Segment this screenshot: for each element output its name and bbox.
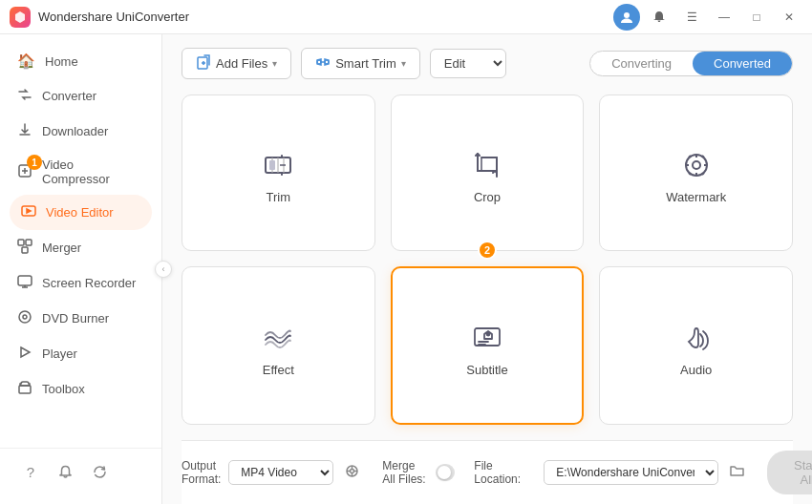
home-icon: 🏠 <box>17 52 35 70</box>
smart-trim-button[interactable]: Smart Trim ▾ <box>301 48 420 79</box>
titlebar: Wondershare UniConverter ☰ — □ ✕ <box>0 0 812 34</box>
crop-badge: 2 <box>478 241 497 260</box>
sidebar-item-merger[interactable]: Merger <box>0 230 161 265</box>
sidebar-label-home: Home <box>45 54 78 69</box>
sidebar-item-video-editor[interactable]: Video Editor <box>10 195 152 230</box>
editor-card-effect[interactable]: Effect <box>182 266 375 425</box>
editor-card-audio[interactable]: Audio <box>599 266 793 425</box>
sidebar-label-converter: Converter <box>42 89 96 103</box>
player-icon <box>17 345 32 363</box>
sidebar-label-compressor: Video Compressor <box>42 158 144 186</box>
bottom-bar: Output Format: MP4 Video Merge All Files… <box>182 440 793 504</box>
dvd-burner-icon <box>17 309 32 327</box>
watermark-label: Watermark <box>666 190 726 204</box>
sidebar-item-toolbox[interactable]: Toolbox <box>0 371 161 407</box>
app-logo <box>10 7 31 28</box>
output-format-label: Output Format: <box>182 459 221 486</box>
output-format-settings-btn[interactable] <box>341 462 363 483</box>
sidebar-label-toolbox: Toolbox <box>42 382 85 396</box>
output-format-select[interactable]: MP4 Video <box>228 460 333 485</box>
svg-rect-4 <box>26 240 32 245</box>
sidebar-label-merger: Merger <box>42 241 81 255</box>
svg-point-7 <box>19 311 31 323</box>
sidebar-item-dvd-burner[interactable]: DVD Burner <box>0 301 161 336</box>
watermark-icon <box>679 148 714 182</box>
tab-converting[interactable]: Converting <box>590 52 693 75</box>
video-editor-icon <box>21 203 36 221</box>
audio-label: Audio <box>680 363 712 377</box>
app-title: Wondershare UniConverter <box>38 10 613 24</box>
editor-card-trim[interactable]: Trim <box>182 94 375 251</box>
editor-grid: Trim Crop 2 <box>182 94 793 425</box>
menu-btn[interactable]: ☰ <box>678 7 705 28</box>
subtitle-icon <box>470 321 504 355</box>
content-area: Add Files ▾ Smart Trim ▾ Edit Convertin <box>162 34 812 504</box>
smart-trim-label: Smart Trim <box>335 56 396 71</box>
tab-group: Converting Converted <box>589 51 793 76</box>
sidebar-item-converter[interactable]: Converter <box>0 78 161 114</box>
sidebar-label-screen-recorder: Screen Recorder <box>42 276 136 290</box>
add-files-icon <box>196 54 211 73</box>
compressor-badge: 1 <box>27 155 42 170</box>
svg-point-18 <box>693 161 700 169</box>
sidebar-item-downloader[interactable]: Downloader <box>0 114 161 149</box>
close-btn[interactable]: ✕ <box>776 7 802 28</box>
refresh-btn[interactable] <box>86 458 113 485</box>
effect-label: Effect <box>263 363 294 377</box>
svg-point-17 <box>686 155 707 176</box>
main-layout: 🏠 Home Converter Downloader Video Compre… <box>0 34 812 504</box>
svg-point-8 <box>23 315 27 319</box>
sidebar-item-compressor[interactable]: Video Compressor 1 <box>0 149 161 195</box>
subtitle-label: Subtitle <box>466 363 507 377</box>
sidebar-item-home[interactable]: 🏠 Home <box>0 44 161 78</box>
merge-all-toggle[interactable] <box>436 464 455 481</box>
window-controls: ☰ — □ ✕ <box>613 4 802 31</box>
output-format-field: Output Format: MP4 Video <box>182 459 363 486</box>
sidebar-label-dvd-burner: DVD Burner <box>42 311 109 326</box>
minimize-btn[interactable]: — <box>711 7 737 28</box>
maximize-btn[interactable]: □ <box>743 7 770 28</box>
sidebar-item-player[interactable]: Player <box>0 336 161 371</box>
notification-bell-btn[interactable] <box>52 458 78 485</box>
editor-card-crop[interactable]: Crop 2 <box>391 94 585 251</box>
sidebar-item-screen-recorder[interactable]: Screen Recorder <box>0 265 161 301</box>
sidebar-bottom: ? <box>0 448 161 494</box>
toolbar: Add Files ▾ Smart Trim ▾ Edit Convertin <box>182 48 793 79</box>
file-location-label: File Location: <box>474 459 536 486</box>
tab-converted[interactable]: Converted <box>693 52 792 75</box>
toolbox-icon <box>17 380 32 398</box>
merge-all-label: Merge All Files: <box>382 459 428 486</box>
user-icon-btn[interactable] <box>613 4 640 31</box>
sidebar: 🏠 Home Converter Downloader Video Compre… <box>0 34 162 504</box>
file-location-field: File Location: E:\Wondershare UniConvert… <box>474 459 748 486</box>
trim-icon <box>261 148 295 182</box>
effect-icon <box>261 321 295 355</box>
screen-recorder-icon <box>17 274 32 292</box>
svg-rect-14 <box>269 160 275 170</box>
crop-icon <box>470 148 504 182</box>
downloader-icon <box>17 122 32 140</box>
converter-icon <box>17 87 32 105</box>
help-btn[interactable]: ? <box>17 458 44 485</box>
file-location-select[interactable]: E:\Wondershare UniConverter <box>544 460 718 485</box>
sidebar-collapse-btn[interactable]: ‹ <box>155 261 172 278</box>
add-files-button[interactable]: Add Files ▾ <box>182 48 291 79</box>
trim-label: Trim <box>267 190 291 204</box>
editor-card-watermark[interactable]: Watermark <box>599 94 793 251</box>
smart-trim-chevron: ▾ <box>401 58 406 69</box>
edit-select[interactable]: Edit <box>430 49 506 78</box>
svg-point-20 <box>486 332 489 335</box>
editor-card-subtitle[interactable]: Subtitle <box>391 266 585 425</box>
svg-rect-16 <box>481 158 497 171</box>
svg-rect-9 <box>19 386 31 393</box>
add-files-label: Add Files <box>216 56 267 71</box>
start-all-button[interactable]: Start All <box>767 451 812 494</box>
smart-trim-icon <box>315 54 331 73</box>
merge-all-field: Merge All Files: <box>382 459 455 486</box>
svg-point-0 <box>624 12 630 18</box>
notification-btn[interactable] <box>646 4 673 31</box>
crop-label: Crop <box>474 190 501 204</box>
audio-icon <box>679 321 714 355</box>
file-location-folder-btn[interactable] <box>726 462 748 483</box>
sidebar-label-video-editor: Video Editor <box>46 205 114 220</box>
